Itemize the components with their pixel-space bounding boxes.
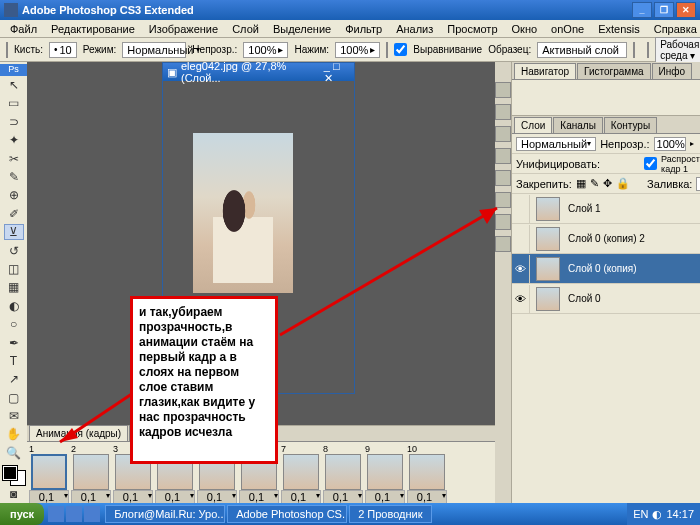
tab-navigator[interactable]: Навигатор xyxy=(514,63,576,79)
menu-onone[interactable]: onOne xyxy=(545,21,590,37)
menu-bar: ФайлРедактированиеИзображениеСлойВыделен… xyxy=(0,20,700,38)
marquee-tool[interactable]: ▭ xyxy=(4,95,24,111)
sample-icon[interactable] xyxy=(633,42,635,58)
menu-extensis[interactable]: Extensis xyxy=(592,21,646,37)
blend-mode-select[interactable]: Нормальный ▾ xyxy=(516,137,596,151)
layer-row[interactable]: 👁Слой 0 xyxy=(512,284,700,314)
path-tool[interactable]: ↗ xyxy=(4,371,24,387)
brush-picker[interactable]: • 10 xyxy=(49,42,77,58)
ql-icon-2[interactable] xyxy=(66,506,82,522)
start-button[interactable]: пуск xyxy=(0,503,44,525)
doc-min-icon[interactable]: _ xyxy=(324,60,330,72)
mode-select[interactable]: Нормальный ▾ xyxy=(122,42,186,58)
taskbar-item-1[interactable]: Блоги@Mail.Ru: Уро... xyxy=(105,505,225,523)
dock-icon-7[interactable] xyxy=(495,214,511,230)
layer-opacity-input[interactable]: 100% xyxy=(654,137,686,151)
tool-preset-icon[interactable] xyxy=(6,42,8,58)
airbrush-icon[interactable] xyxy=(386,42,388,58)
tab-histogram[interactable]: Гистограмма xyxy=(577,63,651,79)
brush-tool[interactable]: ✐ xyxy=(4,206,24,222)
eyedropper-tool[interactable]: ✎ xyxy=(4,169,24,185)
wand-tool[interactable]: ✦ xyxy=(4,132,24,148)
visibility-toggle[interactable]: 👁 xyxy=(512,255,530,283)
tab-animation[interactable]: Анимация (кадры) xyxy=(29,425,128,441)
unify-style-icon[interactable] xyxy=(631,158,640,170)
ql-icon-1[interactable] xyxy=(48,506,64,522)
color-swatch[interactable] xyxy=(3,466,25,485)
dock-icon-1[interactable] xyxy=(495,82,511,98)
tools-header[interactable]: Ps xyxy=(0,64,27,76)
menu-окно[interactable]: Окно xyxy=(506,21,544,37)
eraser-tool[interactable]: ◫ xyxy=(4,261,24,277)
history-brush-tool[interactable]: ↺ xyxy=(4,242,24,258)
close-button[interactable]: ✕ xyxy=(676,2,696,18)
menu-справка[interactable]: Справка xyxy=(648,21,700,37)
lock-paint-icon[interactable]: ✎ xyxy=(590,177,599,190)
lasso-tool[interactable]: ⊃ xyxy=(4,114,24,130)
tab-layers[interactable]: Слои xyxy=(514,117,552,133)
crop-tool[interactable]: ✂ xyxy=(4,150,24,166)
workspace-button[interactable]: Рабочая среда ▾ xyxy=(655,37,700,63)
menu-редактирование[interactable]: Редактирование xyxy=(45,21,141,37)
quickmask-tool[interactable]: ◙ xyxy=(4,486,24,502)
lock-all-icon[interactable]: 🔒 xyxy=(616,177,630,190)
dock-icon-6[interactable] xyxy=(495,192,511,208)
doc-max-icon[interactable]: □ xyxy=(333,60,340,72)
menu-файл[interactable]: Файл xyxy=(4,21,43,37)
doc-close-icon[interactable]: ✕ xyxy=(324,72,333,84)
dodge-tool[interactable]: ○ xyxy=(4,316,24,332)
pen-tool[interactable]: ✒ xyxy=(4,334,24,350)
blur-tool[interactable]: ◐ xyxy=(4,298,24,314)
dock-icon-3[interactable] xyxy=(495,126,511,142)
visibility-toggle[interactable] xyxy=(512,195,530,223)
move-tool[interactable]: ↖ xyxy=(4,77,24,93)
shape-tool[interactable]: ▢ xyxy=(4,389,24,405)
sample-select[interactable]: Активный слой xyxy=(537,42,627,58)
propagate-checkbox[interactable] xyxy=(644,157,657,170)
dock-icon-8[interactable] xyxy=(495,236,511,252)
maximize-button[interactable]: ❐ xyxy=(654,2,674,18)
opacity-input[interactable]: 100% ▸ xyxy=(243,42,288,58)
hand-tool[interactable]: ✋ xyxy=(4,426,24,442)
tab-info[interactable]: Инфо xyxy=(652,63,693,79)
tab-channels[interactable]: Каналы xyxy=(553,117,603,133)
flow-input[interactable]: 100% ▸ xyxy=(335,42,380,58)
menu-слой[interactable]: Слой xyxy=(226,21,265,37)
minimize-button[interactable]: _ xyxy=(632,2,652,18)
align-checkbox[interactable] xyxy=(394,43,407,56)
lock-trans-icon[interactable]: ▦ xyxy=(576,177,586,190)
visibility-toggle[interactable]: 👁 xyxy=(512,285,530,313)
clock[interactable]: 14:17 xyxy=(666,508,694,520)
taskbar-item-2[interactable]: Adobe Photoshop CS... xyxy=(227,505,347,523)
fill-input[interactable]: 100% xyxy=(696,177,700,191)
tab-paths[interactable]: Контуры xyxy=(604,117,657,133)
heal-tool[interactable]: ⊕ xyxy=(4,187,24,203)
stamp-tool[interactable]: ⊻ xyxy=(4,224,24,240)
lang-indicator[interactable]: EN xyxy=(633,508,648,520)
lock-move-icon[interactable]: ✥ xyxy=(603,177,612,190)
canvas[interactable] xyxy=(193,133,293,293)
menu-изображение[interactable]: Изображение xyxy=(143,21,224,37)
dock-icon-4[interactable] xyxy=(495,148,511,164)
gradient-tool[interactable]: ▦ xyxy=(4,279,24,295)
type-tool[interactable]: T xyxy=(4,353,24,369)
visibility-toggle[interactable] xyxy=(512,225,530,253)
dock-icon-2[interactable] xyxy=(495,104,511,120)
notes-tool[interactable]: ✉ xyxy=(4,408,24,424)
unify-vis-icon[interactable] xyxy=(617,158,626,170)
layer-row[interactable]: Слой 1 xyxy=(512,194,700,224)
layer-row[interactable]: 👁Слой 0 (копия) xyxy=(512,254,700,284)
dock-icon-5[interactable] xyxy=(495,170,511,186)
tray-icon[interactable]: ◐ xyxy=(652,508,662,521)
layer-row[interactable]: Слой 0 (копия) 2 xyxy=(512,224,700,254)
menu-фильтр[interactable]: Фильтр xyxy=(339,21,388,37)
taskbar-item-3[interactable]: 2 Проводник xyxy=(349,505,431,523)
ql-icon-3[interactable] xyxy=(84,506,100,522)
menu-анализ[interactable]: Анализ xyxy=(390,21,439,37)
document-titlebar[interactable]: ▣ eleg042.jpg @ 27,8% (Слой... _ □ ✕ xyxy=(163,63,354,81)
zoom-tool[interactable]: 🔍 xyxy=(4,445,24,461)
palette-toggle-icon[interactable] xyxy=(647,42,649,58)
menu-выделение[interactable]: Выделение xyxy=(267,21,337,37)
menu-просмотр[interactable]: Просмотр xyxy=(441,21,503,37)
unify-pos-icon[interactable] xyxy=(604,158,613,170)
